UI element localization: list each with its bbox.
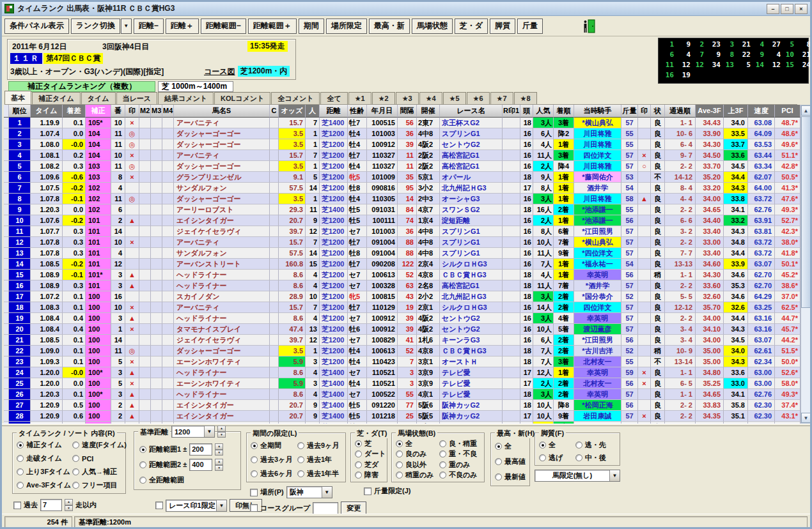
table-row[interactable]: 71.07.5-0.21024サンダルフォン57.514芝1200牡809081…: [4, 183, 800, 194]
radio-人気→補正[interactable]: 人気→補正: [72, 465, 127, 479]
radio-dot[interactable]: [575, 454, 582, 461]
toolbar-button-9[interactable]: 最高・新: [369, 19, 410, 34]
radio-良・稍重[interactable]: 良・稍重: [439, 438, 481, 449]
horse-limit-combo[interactable]: 馬限定(無し)▼: [535, 470, 620, 482]
radio-dot[interactable]: [539, 454, 546, 461]
column-header-diff[interactable]: 着差: [63, 105, 86, 118]
radio-良以外[interactable]: 良以外: [396, 459, 438, 470]
toolbar-button-10[interactable]: 馬場状態: [412, 19, 453, 34]
radio-過去9ヶ月[interactable]: 過去9ヶ月: [297, 438, 343, 452]
radio-フリー項目[interactable]: フリー項目: [72, 479, 127, 492]
tab-補正タイム[interactable]: 補正タイム: [32, 92, 81, 104]
radio-良のみ[interactable]: 良のみ: [396, 449, 438, 460]
radio-全[interactable]: 全: [539, 438, 574, 451]
table-row[interactable]: 121.07.80.310110×アーバニティ15.77芝1200牡709100…: [4, 237, 800, 248]
course-group-input[interactable]: [313, 502, 338, 514]
radio-最高値[interactable]: 最高値: [495, 454, 527, 469]
tab-★5[interactable]: ★5: [443, 92, 466, 104]
column-header-race[interactable]: レース名: [440, 105, 503, 118]
radio-distance-range2[interactable]: [139, 461, 146, 468]
radio-過去3ヶ月[interactable]: 過去3ヶ月: [251, 452, 296, 466]
radio-dot[interactable]: [355, 440, 362, 447]
column-header-time[interactable]: タイム: [31, 105, 63, 118]
base-distance-combo[interactable]: 1200▼: [171, 425, 215, 438]
place-combo[interactable]: 阪神▼: [286, 486, 332, 498]
radio-過去6ヶ月[interactable]: 過去6ヶ月: [251, 466, 296, 480]
toolbar-button-7[interactable]: 期間: [299, 19, 324, 34]
toolbar-button-5[interactable]: 距離範囲−: [201, 19, 246, 34]
close-button[interactable]: ×: [795, 4, 808, 14]
distance-range2-input[interactable]: 400: [189, 459, 212, 471]
distance-range1-spinner[interactable]: ▲▼: [215, 443, 223, 456]
column-header-hosei[interactable]: 補正: [86, 105, 111, 118]
table-row[interactable]: 221.09.00.110011◎ダッシャーゴーゴー3.51芝1200牡4100…: [4, 346, 800, 356]
radio-速度(Fタイム)[interactable]: 速度(Fタイム): [72, 438, 127, 452]
radio-all-distance[interactable]: [139, 477, 146, 484]
radio-dot[interactable]: [17, 482, 24, 489]
exit-button[interactable]: [581, 18, 597, 34]
chevron-down-icon[interactable]: ▼: [609, 470, 620, 481]
toolbar-button-4[interactable]: 距離＋: [166, 19, 199, 34]
table-row[interactable]: 91.20.30.01026アーリーロブスト29.311芝1400牡509103…: [4, 204, 800, 215]
radio-Ave-3Fタイム[interactable]: Ave-3Fタイム: [17, 479, 71, 492]
scroll-up-button[interactable]: ▲: [801, 105, 811, 116]
radio-dot[interactable]: [72, 441, 79, 448]
radio-dot[interactable]: [439, 450, 446, 457]
column-header-mark[interactable]: 印: [125, 105, 139, 118]
tab-★3[interactable]: ★3: [396, 92, 419, 104]
toolbar-dropdown-arrow[interactable]: ▼: [121, 19, 132, 34]
column-header-date[interactable]: 年月日: [367, 105, 398, 118]
column-header-fin[interactable]: 着順: [554, 105, 574, 118]
radio-dot[interactable]: [495, 443, 502, 450]
tab-★4[interactable]: ★4: [419, 92, 442, 104]
column-header-pass[interactable]: 通過順: [665, 105, 696, 118]
column-header-m2[interactable]: M2: [139, 105, 151, 118]
past-runs-checkbox[interactable]: [13, 502, 21, 509]
radio-dot[interactable]: [72, 455, 79, 462]
chevron-down-icon[interactable]: ▼: [204, 426, 214, 437]
tab-★1[interactable]: ★1: [348, 92, 371, 104]
radio-dot[interactable]: [251, 442, 258, 449]
radio-dot[interactable]: [297, 456, 304, 463]
column-header-dist[interactable]: 距離: [320, 105, 348, 118]
tab-★2[interactable]: ★2: [372, 92, 395, 104]
tab-全コメント[interactable]: 全コメント: [271, 92, 320, 104]
toolbar-button-13[interactable]: 斤量: [517, 19, 543, 34]
table-row[interactable]: 231.09.30.11005×エーシンホワイティ5.93芝1200牡41104…: [4, 356, 800, 367]
radio-重・不良[interactable]: 重・不良: [439, 449, 481, 460]
column-header-cond[interactable]: 状: [651, 105, 665, 118]
radio-不良のみ[interactable]: 不良のみ: [439, 470, 481, 481]
column-header-num[interactable]: 番: [111, 105, 125, 118]
table-row[interactable]: 161.08.90.31013▲ヘッドライナー8.64芝1200セ7100328…: [4, 280, 800, 291]
change-button[interactable]: 変更: [341, 502, 366, 514]
column-header-m4[interactable]: M4: [162, 105, 174, 118]
tab-全て[interactable]: 全て: [320, 92, 347, 104]
radio-障害[interactable]: 障害: [355, 470, 386, 481]
tab-★6[interactable]: ★6: [467, 92, 490, 104]
tab-★7[interactable]: ★7: [490, 92, 513, 104]
column-header-rmark[interactable]: R印1: [503, 105, 520, 118]
distance-range2-spinner[interactable]: ▲▼: [215, 459, 223, 471]
distance-range1-input[interactable]: 200: [189, 443, 212, 456]
column-header-sexage[interactable]: 性齢: [348, 105, 367, 118]
table-row[interactable]: 11.19.90.1105*10×アーバニティ15.77芝1400牡710051…: [4, 118, 800, 128]
scroll-thumb[interactable]: [801, 116, 811, 308]
radio-全期間[interactable]: 全期間: [251, 438, 296, 452]
radio-dot[interactable]: [439, 440, 446, 447]
radio-dot[interactable]: [575, 441, 582, 448]
radio-芝[interactable]: 芝: [355, 438, 386, 449]
tab-結果コメント[interactable]: 結果コメント: [158, 92, 214, 104]
chevron-down-icon[interactable]: ▼: [216, 500, 226, 511]
column-header-gap[interactable]: 間隔: [398, 105, 417, 118]
radio-走破タイム[interactable]: 走破タイム: [17, 452, 71, 465]
radio-dot[interactable]: [439, 461, 446, 468]
weight-limit-checkbox[interactable]: [364, 487, 371, 495]
radio-dot[interactable]: [72, 468, 79, 475]
table-row[interactable]: 51.08.20.310311◎ダッシャーゴーゴー3.51芝1200牡41103…: [4, 161, 800, 172]
tab-当レース[interactable]: 当レース: [116, 92, 158, 104]
radio-dot[interactable]: [355, 471, 362, 479]
column-header-weight[interactable]: 斤量: [621, 105, 638, 118]
radio-逃げ[interactable]: 逃げ: [539, 451, 574, 464]
toolbar-button-12[interactable]: 脚質: [490, 19, 515, 34]
course-map-link[interactable]: コース図: [204, 66, 235, 77]
